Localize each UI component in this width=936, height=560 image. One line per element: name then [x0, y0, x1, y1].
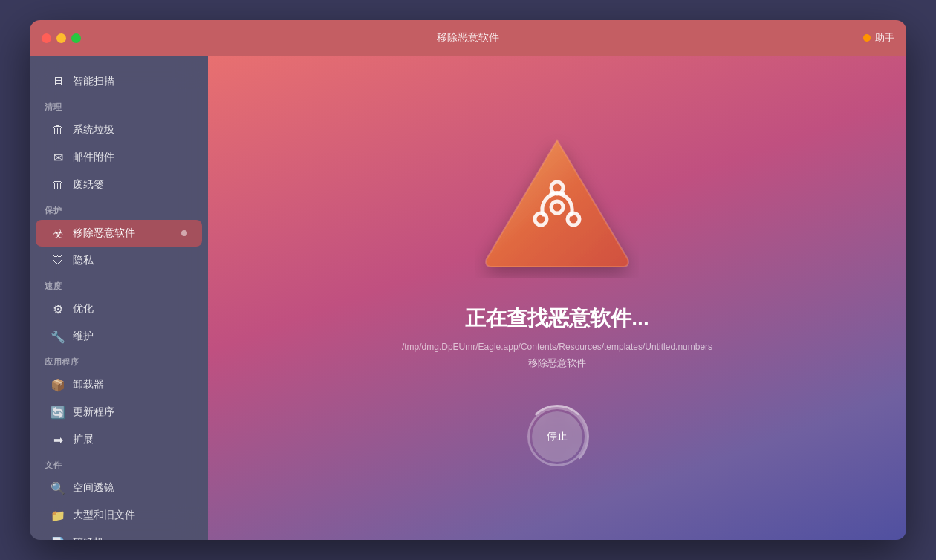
section-label-protect: 保护 [30, 199, 208, 219]
scan-path: /tmp/dmg.DpEUmr/Eagle.app/Contents/Resou… [402, 342, 712, 352]
sidebar-item-label: 扩展 [73, 433, 94, 446]
sidebar-item-optimize[interactable]: ⚙ 优化 [36, 296, 202, 322]
recycle-icon: 🗑 [51, 178, 65, 192]
uninstaller-icon: 📦 [51, 377, 65, 392]
sidebar-item-label: 优化 [73, 302, 94, 316]
main-content: 正在查找恶意软件... /tmp/dmg.DpEUmr/Eagle.app/Co… [208, 56, 906, 540]
sidebar-item-system-trash[interactable]: 🗑 系统垃圾 [36, 117, 202, 143]
sidebar-item-remove-malware[interactable]: ☣ 移除恶意软件 [36, 220, 202, 247]
section-label-apps: 应用程序 [30, 351, 208, 371]
titlebar: 移除恶意软件 助手 [30, 20, 906, 56]
sidebar-item-privacy[interactable]: 🛡 隐私 [36, 247, 202, 274]
optimize-icon: ⚙ [51, 302, 65, 316]
extension-icon: ➡ [51, 432, 65, 447]
stop-button[interactable]: 停止 [532, 411, 582, 462]
folder-icon: 📁 [51, 508, 65, 523]
scan-title: 正在查找恶意软件... [465, 305, 649, 333]
monitor-icon: 🖥 [51, 74, 65, 89]
sidebar-item-large-files[interactable]: 📁 大型和旧文件 [36, 502, 202, 529]
scan-subtitle: 移除恶意软件 [528, 356, 586, 370]
sidebar-item-uninstaller[interactable]: 📦 卸载器 [36, 371, 202, 398]
sidebar-item-shredder[interactable]: 📄 碎纸机 [36, 530, 202, 540]
content-area: 🖥 智能扫描 清理 🗑 系统垃圾 ✉ 邮件附件 🗑 废纸篓 保护 ☣ 移除恶意软… [30, 56, 906, 540]
malware-icon-container [475, 129, 639, 281]
active-badge [181, 230, 187, 236]
sidebar-item-label: 卸载器 [73, 378, 104, 391]
lens-icon: 🔍 [51, 481, 65, 495]
app-window: 移除恶意软件 助手 🖥 智能扫描 清理 🗑 系统垃圾 ✉ 邮件附件 [30, 20, 906, 540]
trash-icon: 🗑 [51, 123, 65, 137]
sidebar-item-mail-attachments[interactable]: ✉ 邮件附件 [36, 144, 202, 171]
mail-icon: ✉ [51, 150, 65, 165]
sidebar-item-label: 废纸篓 [73, 178, 104, 192]
sidebar-item-extensions[interactable]: ➡ 扩展 [36, 426, 202, 453]
section-label-clean: 清理 [30, 96, 208, 116]
sidebar-item-space-lens[interactable]: 🔍 空间透镜 [36, 475, 202, 501]
privacy-icon: 🛡 [51, 253, 65, 268]
stop-button-container: 停止 [527, 407, 587, 466]
helper-button[interactable]: 助手 [863, 31, 894, 45]
sidebar-item-label: 大型和旧文件 [73, 509, 135, 522]
window-controls [42, 33, 81, 43]
sidebar-item-recycle-bin[interactable]: 🗑 废纸篓 [36, 172, 202, 198]
maximize-button[interactable] [71, 33, 81, 43]
helper-dot-icon [863, 34, 871, 42]
wrench-icon: 🔧 [51, 329, 65, 344]
shredder-icon: 📄 [51, 535, 65, 540]
section-label-speed: 速度 [30, 275, 208, 295]
window-title: 移除恶意软件 [437, 31, 499, 45]
sidebar-item-maintenance[interactable]: 🔧 维护 [36, 323, 202, 350]
update-icon: 🔄 [51, 405, 65, 420]
biohazard-triangle-icon [475, 129, 639, 278]
biohazard-icon: ☣ [51, 226, 65, 241]
helper-label: 助手 [875, 31, 894, 45]
sidebar-item-label: 更新程序 [73, 406, 114, 419]
sidebar-item-label: 维护 [73, 330, 94, 343]
sidebar-item-label: 移除恶意软件 [73, 227, 135, 240]
minimize-button[interactable] [56, 33, 66, 43]
sidebar-item-label: 智能扫描 [73, 75, 114, 88]
sidebar-item-label: 隐私 [73, 254, 94, 267]
sidebar: 🖥 智能扫描 清理 🗑 系统垃圾 ✉ 邮件附件 🗑 废纸篓 保护 ☣ 移除恶意软… [30, 56, 208, 540]
sidebar-item-label: 空间透镜 [73, 481, 114, 495]
sidebar-item-label: 邮件附件 [73, 151, 114, 164]
sidebar-item-label: 系统垃圾 [73, 123, 114, 137]
sidebar-item-smart-scan[interactable]: 🖥 智能扫描 [36, 68, 202, 95]
close-button[interactable] [42, 33, 51, 43]
progress-ring: 停止 [527, 407, 587, 466]
sidebar-item-label: 碎纸机 [73, 536, 104, 540]
sidebar-item-update-programs[interactable]: 🔄 更新程序 [36, 399, 202, 426]
section-label-files: 文件 [30, 454, 208, 474]
